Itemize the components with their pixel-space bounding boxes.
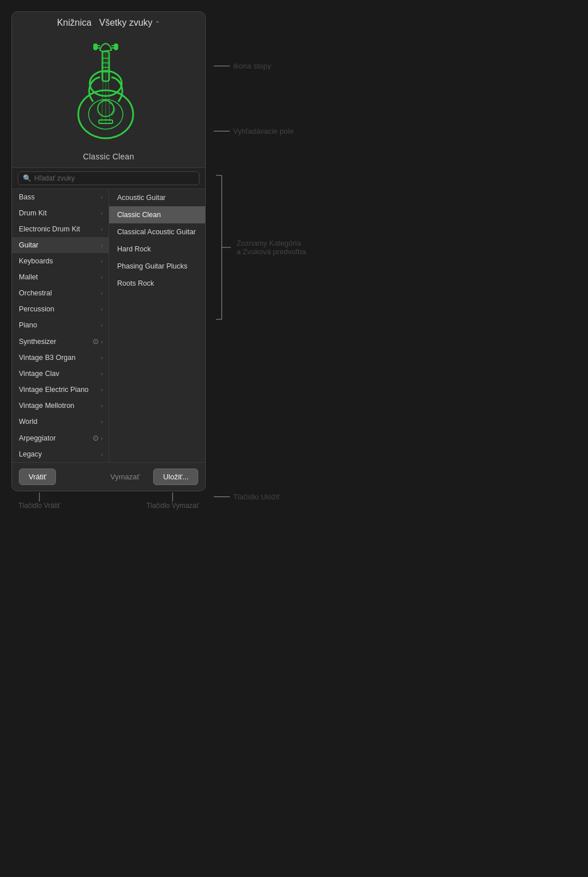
category-label-orchestral: Orchestral: [19, 289, 101, 297]
category-item-world[interactable]: World›: [12, 414, 109, 430]
category-label-vintage_ep: Vintage Electric Piano: [19, 386, 101, 394]
preset-item-classic_clean[interactable]: Classic Clean: [109, 206, 205, 223]
bottom-annotations: Tlačidlo Vrátiť Tlačidlo Vymazať Tlačidl…: [11, 492, 306, 510]
chevron-icon[interactable]: ⌃: [155, 20, 160, 27]
category-label-vintage_b3: Vintage B3 Organ: [19, 354, 101, 362]
instrument-icon-area[interactable]: Classic Clean: [12, 30, 205, 167]
category-label-vintage_clav: Vintage Clav: [19, 370, 101, 378]
category-label-synthesizer: Synthesizer: [19, 338, 93, 346]
category-label-keyboards: Keyboards: [19, 257, 101, 265]
library-label: Knižnica: [57, 18, 91, 27]
annotations-right: Ikona stopy Vyhľadávacie pole: [214, 11, 306, 353]
category-icons-world: ›: [101, 418, 103, 425]
category-icons-synthesizer: ⊙›: [93, 337, 103, 346]
category-label-legacy: Legacy: [19, 450, 101, 458]
category-label-piano: Piano: [19, 321, 101, 329]
category-icons-legacy: ›: [101, 451, 103, 458]
chevron-right-icon-synthesizer: ›: [101, 338, 103, 345]
category-icons-electronic_drum_kit: ›: [101, 226, 103, 233]
chevron-right-icon-vintage_clav: ›: [101, 370, 103, 377]
header: Knižnica Všetky zvuky ⌃: [12, 12, 205, 30]
chevron-right-icon-percussion: ›: [101, 306, 103, 313]
category-icons-orchestral: ›: [101, 290, 103, 297]
category-item-drum_kit[interactable]: Drum Kit›: [12, 205, 109, 221]
category-label-bass: Bass: [19, 193, 101, 201]
category-icons-vintage_b3: ›: [101, 354, 103, 361]
category-icons-guitar: ›: [101, 242, 103, 249]
revert-label: Tlačidlo Vrátiť: [18, 502, 60, 510]
chevron-right-icon-bass: ›: [101, 194, 103, 201]
category-label-guitar: Guitar: [19, 241, 101, 249]
delete-button-annotation: Tlačidlo Vymazať: [146, 492, 199, 510]
chevron-right-icon-keyboards: ›: [101, 258, 103, 265]
bracket-svg: [214, 173, 237, 322]
preset-item-acoustic_guitar[interactable]: Acoustic Guitar: [109, 189, 205, 206]
save-button-annotation: Tlačidlo Uložiť: [214, 492, 280, 501]
category-item-legacy[interactable]: Legacy›: [12, 446, 109, 462]
category-icons-drum_kit: ›: [101, 210, 103, 217]
category-label-drum_kit: Drum Kit: [19, 209, 101, 217]
delete-button[interactable]: Vymazať: [101, 469, 149, 484]
search-field-label: Vyhľadávacie pole: [233, 127, 294, 135]
preset-list: Acoustic GuitarClassic CleanClassical Ac…: [109, 189, 205, 462]
chevron-right-icon-vintage_ep: ›: [101, 386, 103, 393]
svg-point-9: [94, 47, 97, 50]
delete-label: Tlačidlo Vymazať: [146, 502, 199, 510]
header-title: Knižnica Všetky zvuky ⌃: [57, 18, 161, 27]
chevron-right-icon-arpeggiator: ›: [101, 435, 103, 442]
lists-area: Bass›Drum Kit›Electronic Drum Kit›Guitar…: [12, 189, 205, 462]
category-item-arpeggiator[interactable]: Arpeggiator⊙›: [12, 430, 109, 446]
search-input[interactable]: [34, 174, 194, 182]
preset-item-roots_rock[interactable]: Roots Rock: [109, 275, 205, 292]
category-item-electronic_drum_kit[interactable]: Electronic Drum Kit›: [12, 221, 109, 237]
chevron-right-icon-world: ›: [101, 418, 103, 425]
category-item-piano[interactable]: Piano›: [12, 317, 109, 333]
category-item-keyboards[interactable]: Keyboards›: [12, 253, 109, 269]
preset-item-hard_rock[interactable]: Hard Rock: [109, 241, 205, 258]
guitar-icon: [54, 40, 163, 149]
category-item-vintage_mellotron[interactable]: Vintage Mellotron›: [12, 398, 109, 414]
category-item-orchestral[interactable]: Orchestral›: [12, 285, 109, 301]
search-input-wrapper[interactable]: 🔍: [18, 171, 199, 185]
save-label: Tlačidlo Uložiť: [233, 492, 280, 501]
category-item-bass[interactable]: Bass›: [12, 189, 109, 205]
category-item-vintage_b3[interactable]: Vintage B3 Organ›: [12, 350, 109, 366]
category-icons-vintage_mellotron: ›: [101, 402, 103, 409]
revert-button-annotation: Tlačidlo Vrátiť: [18, 492, 60, 510]
category-label-mallet: Mallet: [19, 273, 101, 281]
save-button[interactable]: Uložiť...: [153, 468, 198, 485]
category-icons-piano: ›: [101, 322, 103, 329]
preset-item-classical_acoustic[interactable]: Classical Acoustic Guitar: [109, 223, 205, 241]
instrument-name: Classic Clean: [83, 152, 134, 161]
category-item-guitar[interactable]: Guitar›: [12, 237, 109, 253]
chevron-right-icon-electronic_drum_kit: ›: [101, 226, 103, 233]
category-label-electronic_drum_kit: Electronic Drum Kit: [19, 225, 101, 233]
category-icons-arpeggiator: ⊙›: [93, 434, 103, 442]
svg-point-11: [115, 47, 118, 50]
category-icons-bass: ›: [101, 194, 103, 201]
category-item-vintage_ep[interactable]: Vintage Electric Piano›: [12, 382, 109, 398]
category-item-mallet[interactable]: Mallet›: [12, 269, 109, 285]
chevron-right-icon-mallet: ›: [101, 274, 103, 281]
lists-label2: a Zvuková predvoľba: [237, 247, 306, 256]
chevron-right-icon-guitar: ›: [101, 242, 103, 249]
category-label-vintage_mellotron: Vintage Mellotron: [19, 402, 101, 410]
chevron-right-icon-orchestral: ›: [101, 290, 103, 297]
category-label-percussion: Percussion: [19, 305, 101, 313]
chevron-right-icon-vintage_mellotron: ›: [101, 402, 103, 409]
revert-button[interactable]: Vrátiť: [19, 468, 56, 485]
category-icons-mallet: ›: [101, 274, 103, 281]
category-item-synthesizer[interactable]: Synthesizer⊙›: [12, 333, 109, 350]
preset-item-phasing_guitar[interactable]: Phasing Guitar Plucks: [109, 258, 205, 275]
search-bar: 🔍: [12, 167, 205, 189]
category-item-vintage_clav[interactable]: Vintage Clav›: [12, 366, 109, 382]
category-icons-keyboards: ›: [101, 258, 103, 265]
chevron-right-icon-drum_kit: ›: [101, 210, 103, 217]
bottom-bar: Vrátiť Vymazať Uložiť...: [12, 462, 205, 491]
track-icon-label: Ikona stopy: [233, 62, 271, 70]
main-panel: Knižnica Všetky zvuky ⌃: [11, 11, 206, 491]
category-icons-vintage_clav: ›: [101, 370, 103, 377]
sounds-label[interactable]: Všetky zvuky: [99, 18, 153, 27]
category-item-percussion[interactable]: Percussion›: [12, 301, 109, 317]
category-label-arpeggiator: Arpeggiator: [19, 434, 93, 442]
